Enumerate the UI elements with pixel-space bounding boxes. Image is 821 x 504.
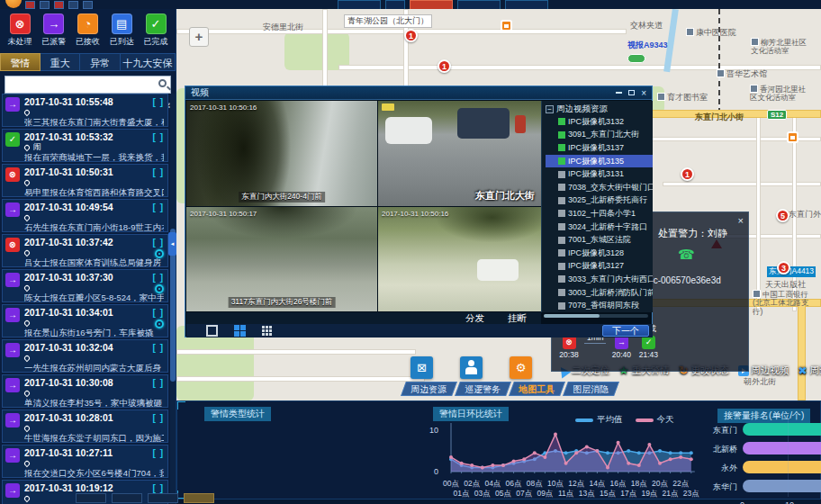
taskbar-item[interactable] — [112, 493, 142, 503]
taskbar-item[interactable] — [184, 493, 214, 503]
top-icon[interactable] — [83, 1, 93, 9]
top-icon[interactable] — [54, 1, 64, 9]
locate-brackets-icon[interactable]: [ ] — [153, 448, 164, 458]
camera-feed-3[interactable]: 2017-10-31 10:50:17 3117东直门内大街26号楼门前 — [186, 207, 377, 311]
camera-tree-item[interactable]: IPC摄像机3135 — [546, 155, 653, 168]
camera-tree-item[interactable]: 7078_香饵胡同东段 — [546, 299, 653, 312]
top-tab[interactable] — [385, 0, 405, 9]
top-icon[interactable] — [40, 1, 50, 9]
status-filter-arrived[interactable]: ▤已到达 — [105, 14, 138, 48]
top-tab[interactable] — [338, 0, 381, 9]
layout-single-icon[interactable] — [206, 325, 218, 337]
camera-marker[interactable] — [787, 131, 798, 143]
map-toolbar-item-2[interactable]: 地图工具 — [509, 382, 565, 396]
locate-brackets-icon[interactable]: [ ] — [153, 167, 164, 177]
distribute-button[interactable]: 分发 — [465, 312, 484, 325]
status-filter-dispatched[interactable]: →已派警 — [38, 14, 70, 48]
camera-tree-item[interactable]: IPC摄像机3137 — [546, 141, 653, 155]
camera-tree-item[interactable]: 3033_东直门内大街西口 — [546, 273, 653, 286]
phone-icon[interactable]: ☎ — [678, 247, 695, 263]
close-icon[interactable]: × — [641, 88, 646, 98]
search-input[interactable] — [5, 76, 171, 94]
layout-nine-icon[interactable] — [262, 325, 274, 337]
taskbar-item[interactable] — [148, 493, 178, 503]
alert-list-item[interactable]: →2017-10-31 10:55:48[ ]张三其报在东直门南大街青盛大厦，称… — [2, 94, 168, 127]
toolbar-patrol-icon[interactable] — [460, 356, 483, 379]
camera-tree-item[interactable]: IPC摄像机3132 — [546, 115, 653, 129]
sidebar-collapse-button[interactable]: ◂ — [168, 232, 176, 256]
alert-list-item[interactable]: →2017-10-31 10:30:08[ ]单清义报在李村35号，家中玻璃被砸… — [2, 374, 168, 408]
locate-brackets-icon[interactable]: [ ] — [153, 273, 164, 283]
alert-list-item[interactable]: →2017-10-31 10:27:11[ ]报在交道口交东小区6号楼4门704… — [2, 445, 168, 478]
camera-feed-1[interactable]: 2017-10-31 10:50:16 东直门内大街240-4门前 — [186, 101, 377, 206]
camera-tree-item[interactable]: 3003_北新桥消防队门前 — [546, 286, 653, 300]
status-filter-pending[interactable]: ⊗未处理 — [4, 14, 36, 48]
close-icon[interactable]: × — [738, 215, 744, 226]
restore-icon[interactable] — [628, 90, 635, 95]
camera-tree-item[interactable]: 3102_十四条小学1 — [546, 207, 653, 220]
alert-list-scrollbar[interactable] — [170, 94, 176, 504]
camera-marker[interactable] — [501, 20, 512, 32]
tab-2[interactable]: 异常 — [80, 53, 120, 71]
alert-list-item[interactable]: ⊗2017-10-31 10:50:31[ ]易申里报在体育馆西路和体育路交叉口… — [2, 164, 168, 197]
tab-0[interactable]: 警情 — [0, 53, 41, 71]
camera-tree-item[interactable]: 7001_东城区法院 — [546, 233, 653, 247]
alert-list-item[interactable]: ✓2017-10-31 10:53:32[ ]闹报在百荣商城地下一层，我来换货，… — [2, 129, 168, 162]
top-tab[interactable] — [457, 0, 501, 9]
incident-marker[interactable]: 3 — [777, 261, 790, 274]
track-target-icon[interactable] — [155, 284, 164, 293]
status-filter-done[interactable]: ✓已完成 — [140, 14, 172, 48]
alert-list-item[interactable]: →2017-10-31 10:34:01[ ]报在景山东街16号旁门，车库被撬 — [2, 304, 168, 338]
locate-brackets-icon[interactable]: [ ] — [153, 238, 164, 248]
camera-tree-item[interactable]: 3091_东直门北大街 — [546, 129, 653, 142]
incident-marker[interactable]: 1 — [681, 167, 694, 181]
camera-tree-root[interactable]: − 周边视频资源 — [546, 103, 653, 115]
video-window-titlebar[interactable]: 视频 × — [185, 86, 652, 100]
camera-tree-item[interactable]: 7038_交东大街中银门口 — [546, 181, 653, 194]
locate-brackets-icon[interactable]: [ ] — [153, 202, 164, 212]
action-resource[interactable]: ✖周边资源 — [798, 364, 821, 377]
alert-list-item[interactable]: →2017-10-31 10:32:04[ ]一先生报在苏州胡同内蒙古大厦后身，… — [2, 339, 168, 373]
camera-tree-item[interactable]: 3025_北新桥委托商行 — [546, 194, 653, 208]
locate-brackets-icon[interactable]: [ ] — [153, 378, 164, 388]
locate-brackets-icon[interactable]: [ ] — [153, 308, 164, 318]
alert-list-item[interactable]: →2017-10-31 10:37:30[ ]陈女士报在豆瓣小区5-8-524，… — [2, 269, 168, 302]
map-toolbar-item-0[interactable]: 周边资源 — [401, 382, 457, 396]
track-target-icon[interactable] — [155, 249, 164, 258]
track-target-icon[interactable] — [155, 320, 164, 328]
scrollbar-thumb[interactable] — [544, 314, 600, 318]
camera-tree-item[interactable]: IPC摄像机3128 — [546, 247, 653, 260]
search-icon[interactable] — [158, 79, 167, 87]
incident-marker[interactable]: 1 — [404, 29, 418, 42]
camera-tree-item[interactable]: 3024_北新桥十字路口 — [546, 220, 653, 234]
incident-marker[interactable]: 1 — [438, 59, 451, 73]
alert-list-item[interactable]: →2017-10-31 10:28:01[ ]牛世海报在东堂子胡同东口，因为施工… — [2, 410, 168, 443]
tab-3[interactable]: 十九大安保 — [121, 53, 176, 71]
top-icon[interactable] — [25, 1, 35, 9]
layout-quad-icon[interactable] — [234, 325, 246, 337]
next-camera-button[interactable]: 下一个 — [602, 325, 649, 337]
tab-1[interactable]: 重大 — [41, 53, 80, 71]
camera-feed-4[interactable]: 2017-10-31 10:50:16 — [378, 207, 541, 311]
map-zoom-in-button[interactable]: + — [189, 27, 209, 47]
incident-marker[interactable]: 5 — [776, 209, 789, 222]
status-filter-received[interactable]: ◔已接收 — [72, 14, 104, 48]
map-toolbar-item-1[interactable]: 巡逻警务 — [455, 382, 511, 396]
collapse-tree-icon[interactable]: − — [546, 105, 554, 113]
toolbar-tools-icon[interactable]: ⚙ — [510, 356, 532, 379]
minimize-icon[interactable] — [616, 92, 622, 94]
locate-brackets-icon[interactable]: [ ] — [153, 413, 164, 423]
taskbar-item[interactable] — [76, 493, 106, 503]
locate-brackets-icon[interactable]: [ ] — [153, 97, 164, 107]
alert-list-item[interactable]: →2017-10-31 10:49:54[ ]石先生报在东直门南小街18-9世王… — [2, 199, 168, 232]
transit-marker[interactable] — [627, 54, 645, 63]
top-tab[interactable] — [505, 0, 548, 9]
camera-feed-2[interactable]: 东直门北大街 — [378, 101, 541, 206]
locate-brackets-icon[interactable]: [ ] — [153, 132, 164, 142]
hangup-button[interactable]: 挂断 — [508, 312, 527, 325]
alert-list-item[interactable]: ⊗2017-10-31 10:37:42[ ]吕女士报在国家体育训练总局健身房，… — [2, 234, 168, 267]
locate-brackets-icon[interactable]: [ ] — [153, 343, 164, 353]
toolbar-resource-icon[interactable]: ⊠ — [410, 356, 433, 379]
locate-brackets-icon[interactable]: [ ] — [153, 483, 164, 493]
camera-tree-item[interactable]: IPC摄像机3131 — [546, 167, 653, 181]
